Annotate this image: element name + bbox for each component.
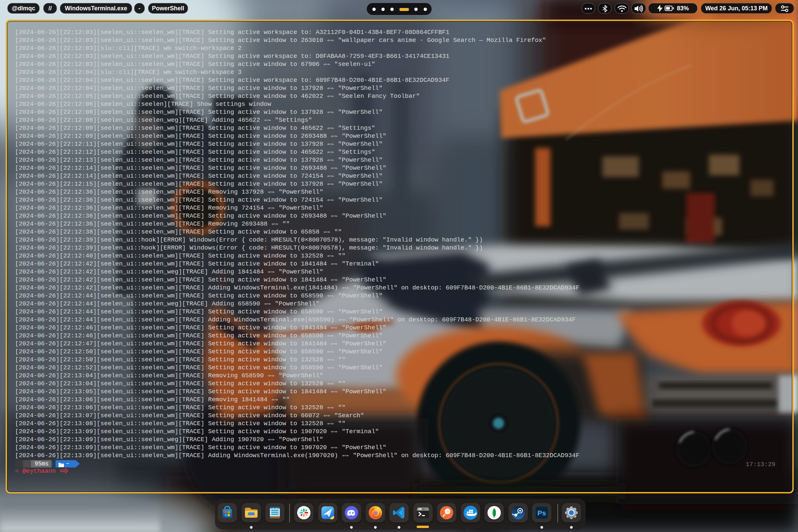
svg-text:Ps: Ps [537,509,546,517]
